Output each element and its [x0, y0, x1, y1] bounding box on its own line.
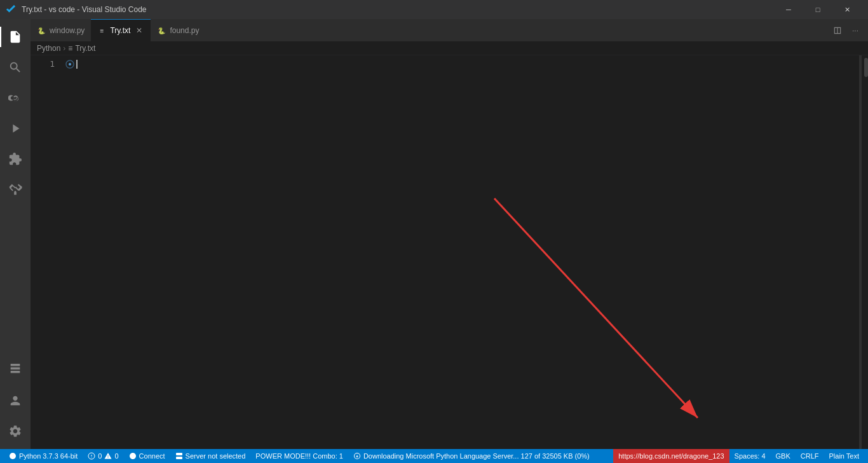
breadcrumb: Python › ≡Try.txt: [31, 41, 868, 55]
tab-icon-window-py: 🐍: [37, 26, 46, 35]
tab-bar: 🐍 window.py ≡ Try.txt ✕ 🐍 found.py: [31, 19, 868, 41]
tab-try-txt[interactable]: ≡ Try.txt ✕: [91, 19, 151, 41]
cursor-area: [65, 59, 78, 69]
status-encoding[interactable]: GBK: [771, 449, 796, 463]
search-icon: [8, 60, 22, 74]
tab-close-try-txt[interactable]: ✕: [134, 25, 144, 36]
editor-content[interactable]: 1: [31, 55, 868, 449]
maximize-button[interactable]: □: [803, 0, 832, 19]
status-downloading[interactable]: Downloading Microsoft Python Language Se…: [348, 449, 595, 463]
sidebar-item-settings[interactable]: [0, 416, 31, 446]
status-downloading-text: Downloading Microsoft Python Language Se…: [363, 452, 590, 460]
tab-label-window-py: window.py: [50, 26, 85, 35]
more-actions-icon: ···: [852, 26, 858, 35]
extensions-icon: [8, 152, 22, 166]
breadcrumb-try-txt[interactable]: ≡Try.txt: [68, 44, 95, 53]
status-connect[interactable]: Connect: [124, 449, 170, 463]
status-power-mode-text: POWER MODE!!! Combo: 1: [255, 452, 343, 460]
sidebar-item-extensions[interactable]: [0, 144, 31, 174]
status-errors[interactable]: 0 0: [83, 449, 123, 463]
split-editor-icon: [833, 26, 842, 35]
status-python-text: Python 3.7.3 64-bit: [19, 452, 78, 460]
tab-window-py[interactable]: 🐍 window.py: [31, 19, 91, 41]
titlebar-left: Try.txt - vs code - Visual Studio Code: [6, 4, 147, 15]
sidebar-item-search[interactable]: [0, 52, 31, 83]
status-connect-text: Connect: [139, 452, 165, 460]
status-language[interactable]: Plain Text: [824, 449, 865, 463]
account-icon: [8, 394, 22, 408]
intellisense-icon: [65, 59, 75, 69]
settings-icon: [8, 424, 22, 438]
status-encoding-text: GBK: [776, 452, 790, 460]
status-power-mode[interactable]: POWER MODE!!! Combo: 1: [250, 449, 348, 463]
status-language-text: Plain Text: [829, 452, 860, 460]
breadcrumb-python[interactable]: Python: [37, 44, 60, 53]
titlebar: Try.txt - vs code - Visual Studio Code ─…: [0, 0, 868, 19]
tab-label-try-txt: Try.txt: [110, 26, 130, 35]
activity-bar: [0, 19, 31, 449]
code-line-1: [62, 58, 824, 70]
status-bar: Python 3.7.3 64-bit 0 0 Connect Server n…: [0, 449, 868, 463]
status-python-version[interactable]: Python 3.7.3 64-bit: [4, 449, 83, 463]
split-editor-button[interactable]: [830, 23, 845, 38]
status-url-text: https://blog.csdn.net/dragone_123: [618, 452, 724, 460]
main-container: 🐍 window.py ≡ Try.txt ✕ 🐍 found.py: [0, 19, 868, 449]
sidebar-item-explorer[interactable]: [0, 22, 31, 52]
svg-rect-7: [176, 453, 182, 455]
server-icon: [175, 452, 183, 460]
tab-found-py[interactable]: 🐍 found.py: [151, 19, 205, 41]
sidebar-item-source-control[interactable]: [0, 83, 31, 113]
status-line-ending[interactable]: CRLF: [796, 449, 824, 463]
titlebar-controls: ─ □ ✕: [774, 0, 862, 19]
svg-point-3: [10, 453, 16, 459]
tab-bar-actions: ···: [825, 19, 868, 41]
status-server-text: Server not selected: [186, 452, 246, 460]
minimap: [824, 55, 862, 449]
status-line-ending-text: CRLF: [801, 452, 819, 460]
text-cursor: [76, 60, 78, 69]
close-button[interactable]: ✕: [832, 0, 862, 19]
tab-label-found-py: found.py: [170, 26, 199, 35]
svg-point-0: [69, 63, 71, 66]
sidebar-item-test[interactable]: [0, 174, 31, 205]
tab-icon-found-py: 🐍: [157, 26, 166, 35]
sidebar-item-remote[interactable]: [0, 355, 31, 385]
scrollbar-thumb[interactable]: [864, 58, 868, 77]
titlebar-title: Try.txt - vs code - Visual Studio Code: [22, 5, 147, 14]
status-right: https://blog.csdn.net/dragone_123 Spaces…: [613, 449, 864, 463]
download-icon: [353, 452, 361, 460]
vscode-logo-icon: [6, 4, 17, 15]
more-actions-button[interactable]: ···: [848, 23, 863, 38]
status-url[interactable]: https://blog.csdn.net/dragone_123: [613, 449, 729, 463]
source-control-icon: [8, 91, 22, 105]
python-version-icon: [9, 452, 17, 460]
remote-icon: [8, 363, 22, 377]
test-icon: [8, 183, 22, 197]
status-errors-text: 0: [98, 452, 102, 460]
warning-icon: [104, 452, 112, 460]
minimize-button[interactable]: ─: [774, 0, 803, 19]
run-icon: [8, 121, 22, 135]
status-warnings-text: 0: [114, 452, 118, 460]
sidebar-item-run[interactable]: [0, 113, 31, 144]
error-icon: [88, 452, 95, 460]
breadcrumb-sep: ›: [63, 44, 65, 53]
code-editor[interactable]: [62, 55, 824, 449]
status-spaces-text: Spaces: 4: [735, 452, 766, 460]
sidebar-item-account[interactable]: [0, 385, 31, 416]
svg-point-6: [92, 457, 92, 458]
explorer-icon: [8, 30, 22, 44]
status-spaces[interactable]: Spaces: 4: [729, 449, 771, 463]
line-numbers: 1: [31, 55, 62, 449]
line-number-1: 1: [31, 58, 55, 70]
editor-area: 🐍 window.py ≡ Try.txt ✕ 🐍 found.py: [31, 19, 868, 449]
tab-icon-try-txt: ≡: [97, 26, 106, 35]
connect-icon: [129, 452, 137, 460]
editor-scrollbar[interactable]: [862, 55, 868, 449]
svg-rect-8: [176, 457, 182, 459]
status-server[interactable]: Server not selected: [170, 449, 251, 463]
